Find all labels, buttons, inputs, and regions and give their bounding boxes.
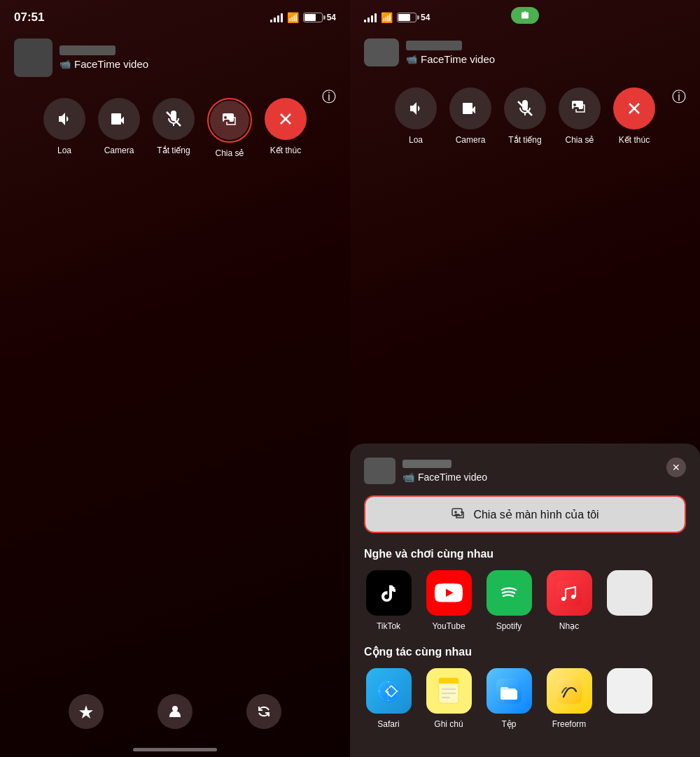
right-recording-indicator — [511, 7, 539, 24]
popup-avatar — [364, 458, 396, 484]
left-star-button[interactable] — [69, 694, 104, 729]
left-wifi-icon: 📶 — [287, 12, 299, 23]
app-loi-partial — [605, 668, 654, 729]
spotify-label: Spotify — [496, 621, 522, 631]
svg-point-14 — [498, 582, 520, 604]
left-mic-icon — [153, 98, 195, 140]
share-screen-button-wrapper[interactable]: Chia sẻ màn hình của tôi — [364, 495, 686, 533]
left-camera-icon: 📹 — [59, 59, 71, 69]
right-camera-button[interactable]: Camera — [449, 87, 491, 145]
left-loa-label: Loa — [57, 146, 71, 155]
right-name-placeholder — [406, 41, 462, 50]
section1-title: Nghe và chơi cùng nhau — [364, 547, 686, 560]
notes-icon — [426, 668, 472, 714]
app-music[interactable]: Nhạc — [545, 570, 594, 631]
right-battery-label: 54 — [421, 13, 430, 22]
left-tat-tieng-button[interactable]: Tắt tiếng — [153, 98, 195, 158]
left-ket-thuc-button[interactable]: Kết thúc — [265, 98, 307, 158]
right-panel: 📶 54 📹 FaceTime video ⓘ — [350, 0, 700, 757]
left-camera-button[interactable]: Camera — [98, 98, 140, 158]
popup-close-button[interactable]: ✕ — [666, 458, 686, 477]
tep-label: Tệp — [501, 719, 516, 729]
right-signal-icon — [364, 13, 377, 22]
left-ket-thuc-label: Kết thúc — [270, 146, 301, 155]
right-battery — [397, 13, 416, 22]
right-wifi-icon: 📶 — [381, 12, 393, 23]
popup-name-block: 📹 FaceTime video — [402, 460, 487, 483]
left-avatar — [14, 38, 52, 77]
left-facetime-header: 📹 FaceTime video ⓘ — [0, 38, 350, 77]
section2-title: Cộng tác cùng nhau — [364, 645, 686, 658]
svg-point-17 — [571, 595, 575, 599]
youtube-label: YouTube — [432, 621, 465, 631]
svg-rect-27 — [500, 690, 517, 700]
files-icon — [486, 668, 532, 714]
right-ket-thuc-label: Kết thúc — [619, 135, 650, 145]
popup-header: 📹 FaceTime video ✕ — [364, 458, 686, 484]
left-tat-tieng-label: Tắt tiếng — [157, 146, 190, 155]
app-spotify[interactable]: Spotify — [484, 570, 533, 631]
left-battery-label: 54 — [327, 13, 336, 22]
left-facetime-label: 📹 FaceTime video — [59, 58, 148, 70]
svg-rect-22 — [439, 681, 458, 684]
left-person-button[interactable] — [158, 694, 192, 729]
spotify-icon — [486, 570, 532, 616]
freeform-label: Freeform — [552, 719, 587, 729]
left-end-call-icon — [265, 98, 307, 140]
left-chia-se-button[interactable]: Chia sẻ — [207, 98, 252, 158]
left-panel: 07:51 📶 54 📹 FaceTime video ⓘ — [0, 0, 350, 757]
svg-rect-15 — [556, 581, 582, 606]
section1-app-grid: TikTok YouTube — [364, 570, 686, 631]
left-rotate-camera-button[interactable] — [246, 694, 281, 729]
right-loa-icon — [395, 87, 437, 129]
right-status-bar: 📶 54 — [350, 0, 700, 35]
left-camera-label: Camera — [104, 146, 134, 155]
right-facetime-header: 📹 FaceTime video ⓘ — [350, 38, 700, 66]
left-signal-icon — [270, 13, 283, 22]
left-camera-circle-icon — [98, 98, 140, 140]
app-ghi-chu[interactable]: Ghi chú — [424, 668, 473, 729]
right-camera-label: Camera — [456, 135, 486, 145]
app-tiktok[interactable]: TikTok — [364, 570, 413, 631]
left-battery — [303, 13, 323, 22]
popup-camera-icon: 📹 — [402, 472, 414, 483]
right-loa-button[interactable]: Loa — [395, 87, 437, 145]
safari-icon — [366, 668, 412, 714]
right-avatar — [364, 38, 399, 66]
section2-app-grid: Safari Ghi chú — [364, 668, 686, 729]
app-youtube[interactable]: YouTube — [424, 570, 473, 631]
svg-point-16 — [561, 597, 566, 601]
left-loa-button[interactable]: Loa — [43, 98, 85, 158]
left-chia-se-label: Chia sẻ — [215, 148, 244, 158]
app-safari[interactable]: Safari — [364, 668, 413, 729]
share-popup: 📹 FaceTime video ✕ Chia sẻ màn hình của … — [350, 444, 700, 757]
left-controls-row: Loa Camera Tắt tiếng — [0, 84, 350, 172]
right-ket-thuc-button[interactable]: Kết thúc — [613, 87, 655, 145]
left-home-indicator — [133, 748, 217, 751]
left-loa-icon — [43, 98, 85, 140]
right-facetime-label: 📹 FaceTime video — [406, 53, 495, 65]
safari-label: Safari — [377, 719, 399, 729]
svg-rect-28 — [556, 679, 582, 704]
left-status-bar: 07:51 📶 54 — [0, 0, 350, 35]
right-chia-se-icon — [559, 87, 601, 129]
left-info-icon[interactable]: ⓘ — [322, 87, 336, 106]
app-freeform[interactable]: Freeform — [545, 668, 594, 729]
right-facetime-info: 📹 FaceTime video — [406, 41, 495, 65]
left-facetime-info: 📹 FaceTime video — [59, 45, 148, 70]
freeform-icon — [547, 668, 592, 714]
right-camera-icon: 📹 — [406, 54, 417, 64]
right-end-call-icon — [613, 87, 655, 129]
share-screen-button[interactable]: Chia sẻ màn hình của tôi — [365, 497, 685, 532]
left-chia-se-icon — [210, 101, 249, 140]
svg-point-2 — [224, 116, 227, 119]
tiktok-label: TikTok — [377, 621, 400, 631]
right-info-icon[interactable]: ⓘ — [672, 87, 686, 106]
left-time: 07:51 — [14, 10, 44, 24]
ghi-chu-label: Ghi chú — [434, 719, 463, 729]
right-chia-se-button[interactable]: Chia sẻ — [559, 87, 601, 145]
popup-facetime-label: 📹 FaceTime video — [402, 472, 487, 483]
app-tep[interactable]: Tệp — [484, 668, 533, 729]
right-camera-circle-icon — [449, 87, 491, 129]
right-tat-tieng-button[interactable]: Tắt tiếng — [504, 87, 546, 145]
